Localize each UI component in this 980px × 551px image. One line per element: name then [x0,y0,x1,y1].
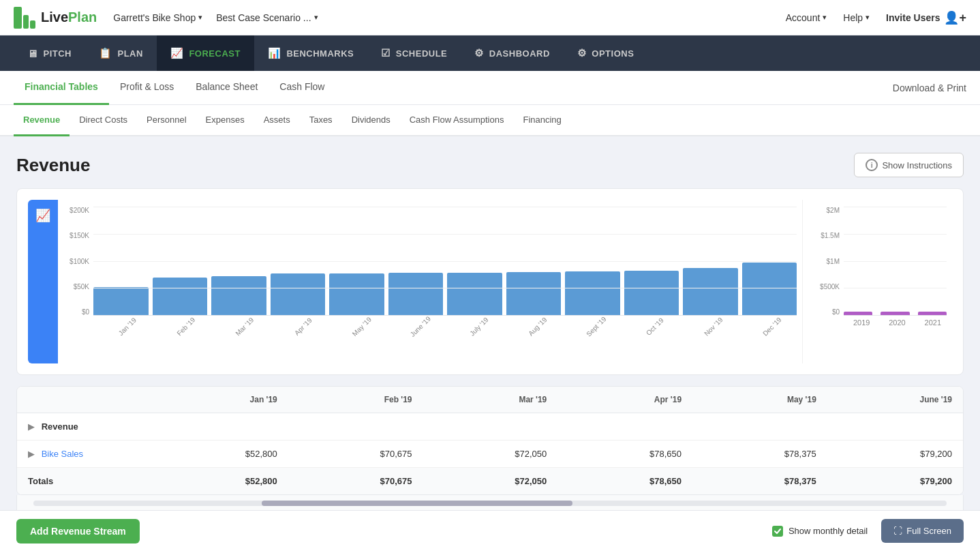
show-monthly-checkbox[interactable] [772,526,783,537]
col-header-jan19: Jan '19 [153,387,288,413]
yearly-bar-1[interactable] [881,312,909,316]
nav-dashboard[interactable]: ⚙ DASHBOARD [461,35,564,71]
nav-plan[interactable]: 📋 PLAN [85,35,157,71]
nav-pitch-label: PITCH [44,48,72,59]
totals-apr: $78,650 [557,468,692,495]
revenue-header: Revenue i Show Instructions [16,153,964,177]
table-header-row: Jan '19 Feb '19 Mar '19 Apr '19 May '19 … [17,387,963,413]
monthly-x-axis: Jan '19Feb '19Mar '19Apr '19May '19June … [58,316,802,331]
bike-sales-jan: $52,800 [153,441,288,468]
subnav-profit-loss[interactable]: Profit & Loss [109,71,185,105]
show-instructions-button[interactable]: i Show Instructions [854,153,964,177]
svg-rect-0 [14,7,22,29]
section-direct-costs[interactable]: Direct Costs [70,105,137,136]
revenue-title: Revenue [16,155,90,176]
logo[interactable]: LivePlan [14,7,97,29]
svg-rect-2 [30,20,35,29]
section-expenses[interactable]: Expenses [196,105,254,136]
download-print-button[interactable]: Download & Print [893,83,966,93]
invite-users-button[interactable]: Invite Users 👤+ [886,10,966,25]
totals-may: $78,375 [692,468,827,495]
section-personnel[interactable]: Personnel [137,105,196,136]
expand-row-icon[interactable]: ▶ [28,449,35,459]
info-icon: i [866,159,878,171]
totals-jan: $52,800 [153,468,288,495]
col-header-label [17,387,153,413]
account-label: Account [786,12,821,23]
bike-sales-mar: $72,050 [423,441,558,468]
help-link[interactable]: Help ▾ [843,12,870,23]
scroll-thumb[interactable] [262,501,572,506]
checkbox-icon: ☑ [381,47,391,59]
account-link[interactable]: Account ▾ [786,12,827,23]
monthly-bars-container [93,207,802,316]
section-dividends[interactable]: Dividends [342,105,400,136]
nav-options[interactable]: ⚙ OPTIONS [564,35,648,71]
show-instructions-label: Show Instructions [882,160,952,170]
nav-schedule-label: SCHEDULE [396,48,448,59]
footer-right: Show monthly detail ⛶ Full Screen [772,519,964,543]
subnav-cash-flow-label: Cash Flow [279,81,324,92]
nav-schedule[interactable]: ☑ SCHEDULE [367,35,461,71]
table-row-revenue: ▶ Revenue [17,413,963,441]
expand-icon[interactable]: ▶ [28,421,35,432]
gear-icon: ⚙ [577,47,587,59]
col-header-mar19: Mar '19 [423,387,558,413]
subnav-balance-sheet[interactable]: Balance Sheet [185,71,269,105]
liveplan-logo-text: LivePlan [41,10,97,25]
account-chevron-icon: ▾ [823,13,827,22]
yearly-label-1: 2020 [883,318,910,327]
table-row-bike-sales: ▶ Bike Sales $52,800 $70,675 $72,050 $78… [17,441,963,468]
monthly-y-axis: $0 $50K $100K $150K $200K [58,207,93,316]
add-revenue-stream-button[interactable]: Add Revenue Stream [16,519,140,543]
section-taxes[interactable]: Taxes [300,105,342,136]
totals-feb: $70,675 [288,468,423,495]
trending-icon: 📊 [268,47,281,59]
nav-benchmarks[interactable]: 📊 BENCHMARKS [254,35,367,71]
yearly-bar-2[interactable] [918,312,947,316]
show-monthly-detail-label[interactable]: Show monthly detail [772,526,868,537]
yearly-bar-0[interactable] [844,312,872,316]
liveplan-logo-icon [14,7,35,29]
top-navigation: LivePlan Garrett's Bike Shop ▾ Best Case… [0,0,980,35]
monthly-chart: $0 $50K $100K $150K $200K [58,200,802,363]
checkmark-icon [774,528,781,534]
yearly-label-2: 2021 [919,318,947,327]
full-screen-label: Full Screen [906,526,951,536]
revenue-row-label: ▶ Revenue [17,413,153,441]
bike-sales-link[interactable]: Bike Sales [42,449,83,459]
revenue-feb [288,413,423,441]
scroll-track[interactable] [33,501,947,506]
section-revenue[interactable]: Revenue [14,105,70,136]
section-financing-label: Financing [523,115,561,125]
section-taxes-label: Taxes [309,115,333,125]
company-selector[interactable]: Garrett's Bike Shop ▾ [113,12,202,23]
section-direct-costs-label: Direct Costs [79,115,127,125]
subnav-financial-tables-label: Financial Tables [25,81,98,92]
bike-sales-row-label: ▶ Bike Sales [17,441,153,468]
section-assets[interactable]: Assets [254,105,300,136]
subnav-financial-tables[interactable]: Financial Tables [14,71,109,105]
monitor-icon: 🖥 [27,48,38,59]
yearly-x-axis: 201920202021 [808,316,952,327]
svg-rect-1 [23,15,29,29]
section-financing[interactable]: Financing [513,105,570,136]
bike-sales-apr: $78,650 [557,441,692,468]
subnav-cash-flow[interactable]: Cash Flow [269,71,335,105]
full-screen-button[interactable]: ⛶ Full Screen [881,519,964,543]
nav-plan-label: PLAN [118,48,143,59]
col-header-apr19: Apr '19 [557,387,692,413]
scenario-selector[interactable]: Best Case Scenario ... ▾ [216,12,785,23]
chart-card: 📈 $0 $50K $100K $150K $200K [16,188,964,375]
revenue-jan [153,413,288,441]
section-cash-flow-assumptions[interactable]: Cash Flow Assumptions [400,105,514,136]
nav-forecast[interactable]: 📈 FORECAST [157,35,254,71]
invite-users-label: Invite Users [886,12,940,23]
revenue-mar [423,413,558,441]
revenue-table: Jan '19 Feb '19 Mar '19 Apr '19 May '19 … [17,387,963,494]
nav-pitch[interactable]: 🖥 PITCH [14,35,85,71]
section-navigation: Revenue Direct Costs Personnel Expenses … [0,105,980,136]
section-personnel-label: Personnel [147,115,187,125]
add-user-icon: 👤+ [944,10,966,25]
fullscreen-icon: ⛶ [893,526,902,536]
